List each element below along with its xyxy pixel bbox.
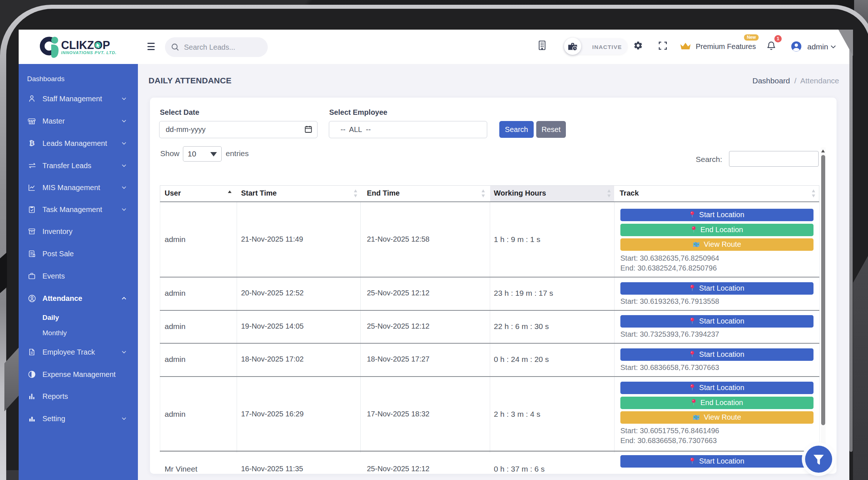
- svg-text:₿: ₿: [29, 139, 34, 147]
- svg-text:CLIKZOP: CLIKZOP: [61, 39, 110, 51]
- svg-text:INNOVATIONS PVT. LTD.: INNOVATIONS PVT. LTD.: [61, 50, 117, 55]
